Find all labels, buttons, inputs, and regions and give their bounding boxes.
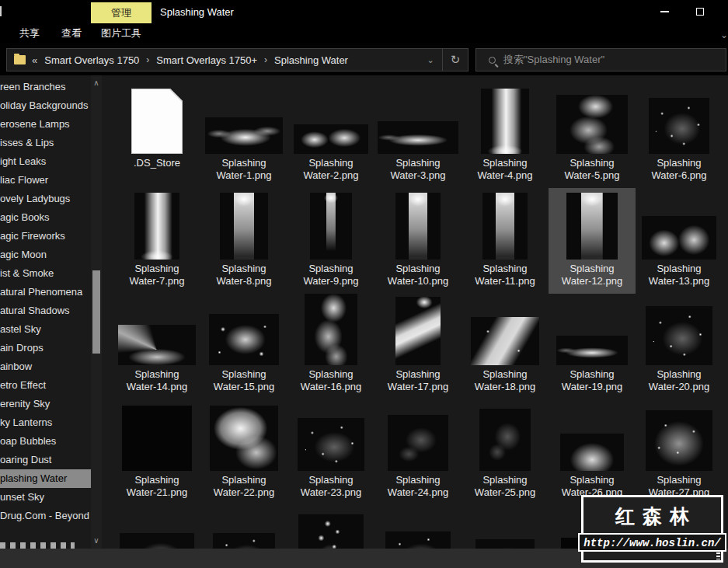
file-tile[interactable]: SplashingWater-17.png <box>374 294 462 399</box>
breadcrumb-segment[interactable]: Smart Overlays 1750 <box>44 54 139 66</box>
sidebar-item[interactable]: reen Branches <box>0 78 91 96</box>
sidebar-item[interactable]: liac Flower <box>0 171 91 190</box>
contextual-tab-group-manage[interactable]: 管理 <box>91 2 152 23</box>
tab-view[interactable]: 查看 <box>52 23 91 43</box>
file-tile[interactable]: SplashingWater-8.png <box>200 188 287 294</box>
sidebar-item[interactable]: atural Phenomena <box>0 283 91 301</box>
file-tile[interactable]: SplashingWater-2.png <box>287 82 374 188</box>
file-tile[interactable] <box>200 505 287 549</box>
sidebar-item[interactable]: erenity Sky <box>0 395 91 413</box>
sidebar-item[interactable]: oap Bubbles <box>0 432 91 451</box>
thumbnail-wrap <box>549 82 636 154</box>
file-tile[interactable]: SplashingWater-11.png <box>462 188 549 294</box>
address-dropdown-icon[interactable]: ⌄ <box>419 55 442 65</box>
search-placeholder: 搜索"Splashing Water" <box>503 53 604 67</box>
breadcrumb-collapse-icon[interactable]: « <box>32 54 37 66</box>
file-tile[interactable]: SplashingWater-13.png <box>636 188 723 294</box>
sidebar-item[interactable]: ovely Ladybugs <box>0 190 91 208</box>
minimize-button[interactable] <box>651 0 677 23</box>
file-tile[interactable]: SplashingWater-20.png <box>636 294 723 399</box>
file-tile[interactable]: SplashingWater-24.png <box>374 399 462 505</box>
scroll-up-icon[interactable]: ∧ <box>91 78 102 89</box>
sidebar-item[interactable]: ain Drops <box>0 339 91 357</box>
sidebar-item[interactable]: astel Sky <box>0 320 91 339</box>
file-thumbnail <box>475 539 535 549</box>
sidebar-item[interactable]: plashing Water <box>0 469 91 488</box>
file-thumbnail <box>210 406 278 471</box>
file-tile[interactable]: .DS_Store <box>113 82 200 188</box>
sidebar-item[interactable]: agic Fireworks <box>0 227 91 246</box>
thumbnail-wrap <box>287 505 374 549</box>
breadcrumb-segment[interactable]: Smart Overlays 1750+ <box>156 54 257 66</box>
sidebar-item[interactable]: isses & Lips <box>0 134 91 152</box>
ribbon-tab-row: 共享 查看 图片工具 ⌄ <box>0 23 728 43</box>
sidebar-item[interactable]: unset Sky <box>0 488 91 507</box>
tab-share[interactable]: 共享 <box>10 23 49 43</box>
file-tile[interactable]: SplashingWater-21.png <box>113 399 200 505</box>
file-tile[interactable]: SplashingWater-22.png <box>200 399 287 505</box>
sidebar-item[interactable]: etro Effect <box>0 376 91 395</box>
sidebar-item[interactable]: Drug.Com - Beyond <box>0 507 91 525</box>
thumbnail-wrap <box>374 505 462 549</box>
file-tile[interactable]: SplashingWater-26.png <box>549 399 636 505</box>
address-bar[interactable]: « Smart Overlays 1750 › Smart Overlays 1… <box>6 48 468 71</box>
file-tile[interactable] <box>374 505 462 549</box>
sidebar-item[interactable]: ky Lanterns <box>0 413 91 432</box>
file-thumbnail <box>395 297 441 365</box>
sidebar-item[interactable]: oliday Backgrounds <box>0 96 91 115</box>
file-tile[interactable]: SplashingWater-10.png <box>374 188 462 294</box>
file-thumbnail <box>560 434 624 471</box>
scrollbar-thumb[interactable] <box>92 270 100 354</box>
watermark-grip-icon <box>716 552 720 559</box>
file-tile[interactable]: SplashingWater-25.png <box>462 399 549 505</box>
sidebar-item[interactable]: oaring Dust <box>0 451 91 469</box>
file-thumbnail <box>205 117 283 154</box>
file-tile[interactable]: SplashingWater-18.png <box>462 294 549 399</box>
sidebar-item[interactable]: ist & Smoke <box>0 264 91 283</box>
sidebar-item[interactable]: agic Moon <box>0 246 91 264</box>
file-tile[interactable]: SplashingWater-1.png <box>200 82 287 188</box>
tab-picture-tools[interactable]: 图片工具 <box>91 23 152 43</box>
breadcrumb-segment[interactable]: Splashing Water <box>274 54 348 66</box>
sidebar-item[interactable]: ainbow <box>0 357 91 376</box>
thumbnail-wrap <box>200 82 287 154</box>
file-thumbnail <box>305 294 357 365</box>
file-thumbnail <box>134 193 179 260</box>
file-thumbnail <box>298 418 364 471</box>
file-tile[interactable]: SplashingWater-4.png <box>462 82 549 188</box>
sidebar-item[interactable]: erosene Lamps <box>0 115 91 134</box>
thumbnail-wrap <box>636 399 723 471</box>
file-tile[interactable]: SplashingWater-14.png <box>113 294 200 399</box>
file-tile[interactable]: SplashingWater-23.png <box>287 399 374 505</box>
sidebar-item[interactable]: agic Books <box>0 208 91 227</box>
file-tile[interactable]: SplashingWater-6.png <box>636 82 723 188</box>
refresh-icon[interactable]: ↻ <box>443 53 468 67</box>
file-tile[interactable]: SplashingWater-27.png <box>636 399 723 505</box>
file-thumbnail <box>481 89 529 154</box>
search-input[interactable]: 搜索"Splashing Water" <box>475 48 726 71</box>
sidebar-item[interactable]: ight Leaks <box>0 152 91 171</box>
thumbnail-wrap <box>113 505 200 549</box>
file-tile[interactable] <box>462 505 549 549</box>
file-tile[interactable]: SplashingWater-5.png <box>549 82 636 188</box>
file-tile[interactable]: SplashingWater-15.png <box>200 294 287 399</box>
maximize-button[interactable] <box>687 0 713 23</box>
file-name: SplashingWater-2.png <box>303 154 358 185</box>
ribbon-collapse-icon[interactable]: ⌄ <box>720 30 728 39</box>
file-tile[interactable]: SplashingWater-19.png <box>549 294 636 399</box>
thumbnail-wrap <box>113 188 200 260</box>
file-tile[interactable]: SplashingWater-3.png <box>374 82 462 188</box>
sidebar-item[interactable]: atural Shadows <box>0 301 91 320</box>
explorer-window: 管理 Splashing Water 共享 查看 图片工具 ⌄ « Smart … <box>0 0 728 568</box>
file-tile[interactable] <box>287 505 374 549</box>
file-name: SplashingWater-8.png <box>216 260 271 291</box>
sidebar-scrollbar[interactable]: ∧ ∨ <box>91 75 102 549</box>
file-tile[interactable]: SplashingWater-9.png <box>287 188 374 294</box>
file-tile[interactable]: SplashingWater-12.png <box>549 188 636 294</box>
file-tile[interactable] <box>113 505 200 549</box>
scroll-down-icon[interactable]: ∨ <box>91 535 102 546</box>
file-tile[interactable]: SplashingWater-7.png <box>113 188 200 294</box>
thumbnail-wrap <box>200 505 287 549</box>
file-name: SplashingWater-18.png <box>475 365 535 396</box>
file-tile[interactable]: SplashingWater-16.png <box>287 294 374 399</box>
